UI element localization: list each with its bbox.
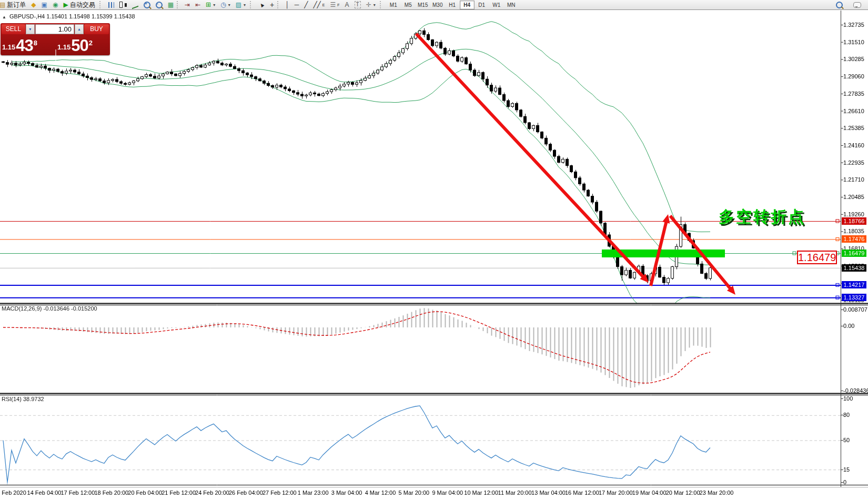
time-tick-label: 24 Feb 20:00 xyxy=(195,490,229,496)
terminal-button[interactable]: ▣ xyxy=(39,0,50,9)
autotrading-button[interactable]: ▶ 自动交易 xyxy=(60,0,97,9)
timeframe-button-mn[interactable]: MN xyxy=(504,1,519,9)
template-icon: ▨ xyxy=(236,2,241,8)
timeframe-button-h1[interactable]: H1 xyxy=(445,1,460,9)
text-button[interactable]: A xyxy=(342,0,352,10)
toolbar-separator xyxy=(250,1,254,8)
indicators-button[interactable]: ⊞▾ xyxy=(203,0,218,10)
price-tick-label: 1.29060 xyxy=(843,73,867,79)
tile-windows-button[interactable]: ▦ xyxy=(165,0,176,10)
price-tick-label: 1.31510 xyxy=(843,39,867,45)
buy-price[interactable]: 1.15 50 2 xyxy=(57,35,93,55)
candlestick-chart-button[interactable] xyxy=(117,0,129,10)
arrows-button[interactable]: ✛▾ xyxy=(364,0,378,10)
cursor-button[interactable]: ▲ xyxy=(256,0,267,10)
text-label-button[interactable]: T xyxy=(352,0,364,10)
signals-button[interactable]: ◉ xyxy=(50,0,60,9)
window-icon: ▲ xyxy=(2,15,6,19)
market-watch-button[interactable]: ◆ xyxy=(28,0,38,9)
price-tick-label: 1.26610 xyxy=(843,108,867,114)
sell-price[interactable]: 1.15 43 8 xyxy=(2,35,37,55)
zoom-in-button[interactable]: + xyxy=(141,0,153,10)
open-price-label: 1.15401 xyxy=(46,13,67,19)
price-tick-label: 1.32735 xyxy=(843,22,867,28)
toolbar-right-group xyxy=(832,0,865,9)
search-button[interactable] xyxy=(833,0,845,10)
toolbar-separator xyxy=(380,1,383,8)
time-tick-label: 21 Feb 12:00 xyxy=(162,490,196,496)
toolbar-separator xyxy=(277,1,281,8)
trendline-button[interactable]: ╱ xyxy=(301,0,310,10)
rsi-indicator-label: RSI(14) 38.9732 xyxy=(2,396,44,402)
timeframe-button-d1[interactable]: D1 xyxy=(475,1,489,9)
price-tick-label: 1.18035 xyxy=(843,228,867,234)
horizontal-line-icon: ─ xyxy=(295,2,299,8)
periods-button[interactable]: ◷▾ xyxy=(218,0,233,10)
timeframe-button-m15[interactable]: M15 xyxy=(416,1,430,9)
buy-price-prefix: 1.15 xyxy=(57,42,70,53)
timeframe-button-m30[interactable]: M30 xyxy=(430,1,445,9)
channel-icon: ╱╱ xyxy=(313,2,320,8)
bar-chart-icon xyxy=(108,2,114,8)
candlestick-icon2 xyxy=(125,3,127,7)
fibonacci-icon: ☰ xyxy=(330,2,336,8)
dropdown-arrow-icon: ▾ xyxy=(244,3,246,7)
indicator-tick-label: 0.00 xyxy=(843,323,867,329)
zoom-out-icon: - xyxy=(156,2,163,8)
new-order-button[interactable]: ▤ 新订单 xyxy=(0,0,28,9)
sell-price-big: 43 xyxy=(16,39,33,53)
price-level-badge: 1.18766 xyxy=(842,217,866,225)
sell-button[interactable]: SELL xyxy=(2,24,25,34)
time-tick-label: 11 Mar 20:00 xyxy=(498,490,532,496)
indicators-add-icon: ⊞ xyxy=(206,2,211,8)
chat-icon xyxy=(853,2,861,8)
timeframe-button-m1[interactable]: M1 xyxy=(386,1,401,9)
gold-cube-icon: ◆ xyxy=(31,2,36,8)
sell-price-prefix: 1.15 xyxy=(2,42,15,53)
line-chart-button[interactable] xyxy=(129,0,141,10)
templates-button[interactable]: ▨▾ xyxy=(233,0,248,10)
zoom-out-button[interactable]: - xyxy=(153,0,165,10)
timeframe-button-w1[interactable]: W1 xyxy=(489,1,504,9)
time-tick-label: 27 Feb 12:00 xyxy=(263,490,297,496)
volume-decrease-button[interactable]: ▼ xyxy=(26,24,35,34)
line-studies-toolbar-group: ▲ + │ ─ ╱ ╱╱E ☰F A T ✛▾ xyxy=(255,0,379,9)
search-icon xyxy=(836,2,843,8)
fibonacci-button[interactable]: ☰F xyxy=(328,0,342,10)
channel-button[interactable]: ╱╱E xyxy=(310,0,327,10)
main-toolbar: ▤ 新订单 ◆ ▣ ◉ ▶ 自动交易 + - ▦ ⇥ ⇤ ⊞▾ ◷▾ ▨▾ ▲ … xyxy=(0,0,868,10)
volume-input[interactable] xyxy=(35,24,74,34)
time-tick-label: 20 Mar 12:00 xyxy=(666,490,700,496)
zoom-in-icon: + xyxy=(144,2,150,8)
indicator-tick-label: 0 xyxy=(843,479,867,485)
timeframe-button-h4[interactable]: H4 xyxy=(460,1,475,9)
symbol-period-label: GBPUSD-,H4 xyxy=(9,13,45,19)
price-tick-label: 1.21710 xyxy=(843,176,867,183)
volume-increase-button[interactable]: ▲ xyxy=(75,24,84,34)
buy-button[interactable]: BUY xyxy=(84,24,109,34)
vertical-line-button[interactable]: │ xyxy=(282,0,292,10)
time-tick-label: 1 Mar 23:00 xyxy=(298,490,329,496)
time-tick-label: 16 Mar 12:00 xyxy=(565,490,599,496)
turning-point-annotation[interactable]: 多空转折点 xyxy=(719,206,805,228)
channel-e-label: E xyxy=(322,3,325,7)
price-tick-label: 1.27835 xyxy=(843,91,867,97)
chart-shift-button[interactable]: ⇤ xyxy=(193,0,203,10)
price-divider xyxy=(55,49,56,65)
price-tick-label: 1.20485 xyxy=(843,194,867,200)
timeframe-button-m5[interactable]: M5 xyxy=(401,1,416,9)
auto-scroll-button[interactable]: ⇥ xyxy=(182,0,193,10)
time-tick-label: 5 Mar 20:00 xyxy=(399,490,430,496)
horizontal-line-button[interactable]: ─ xyxy=(292,0,302,10)
time-tick-label: 17 Feb 12:00 xyxy=(60,490,95,496)
text-icon: A xyxy=(345,2,349,8)
indicator-tick-label: 50 xyxy=(843,437,867,443)
chat-button[interactable] xyxy=(851,0,864,10)
price-callout-box[interactable]: 1.16479 xyxy=(797,251,837,264)
macd-indicator-label: MACD(12,26,9) -0.013646 -0.015200 xyxy=(2,305,97,312)
close-price-label: 1.15438 xyxy=(114,13,135,19)
price-chart-canvas[interactable] xyxy=(0,0,868,499)
auto-scroll-icon: ⇥ xyxy=(185,2,190,8)
bar-chart-button[interactable] xyxy=(106,0,117,10)
crosshair-button[interactable]: + xyxy=(267,0,277,10)
